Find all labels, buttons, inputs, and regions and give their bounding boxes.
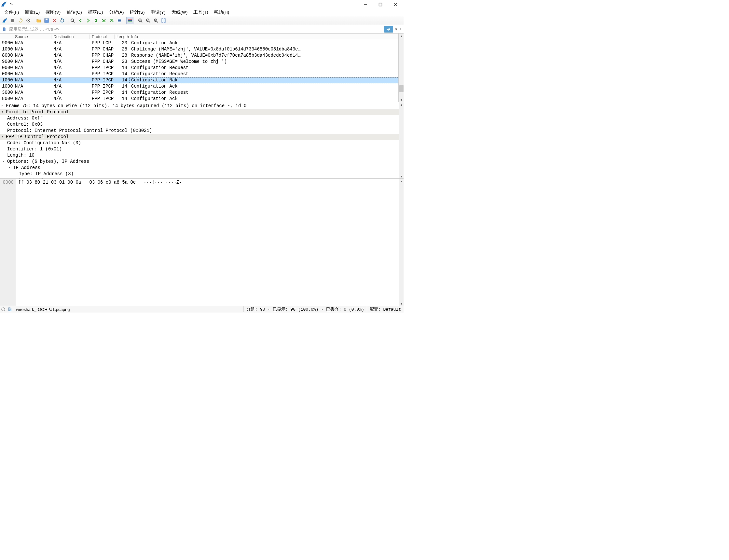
menu-telephony[interactable]: 电话(Y) [148,9,169,16]
ipcp-options-row[interactable]: ▾Options: (6 bytes), IP Address [0,159,399,165]
packet-list-headers[interactable]: Source Destination Protocol Length Info [0,34,398,40]
packet-row[interactable]: 3000N/AN/APPP IPCP14Configuration Reques… [0,90,398,96]
packet-row[interactable]: 1000N/AN/APPP CHAP28Challenge (NAME='zhj… [0,46,398,52]
svg-rect-15 [118,21,121,22]
expand-icon[interactable]: ▸ [1,103,6,109]
ipcp-len-row[interactable]: Length: 10 [0,152,399,159]
reload-file-icon[interactable] [59,17,66,24]
col-source[interactable]: Source [13,35,51,39]
ipcp-id-row[interactable]: Identifier: 1 (0x01) [0,146,399,152]
hex-ascii: ···!··· ····Z· [136,179,182,306]
packet-details[interactable]: ▸Frame 75: 14 bytes on wire (112 bits), … [0,102,399,178]
maximize-button[interactable] [377,2,383,7]
menu-analyze[interactable]: 分析(A) [106,9,127,16]
details-vscrollbar[interactable]: ▴ ▾ [399,102,403,178]
add-filter-button[interactable]: + [398,26,403,33]
scroll-up-icon[interactable]: ▴ [399,102,403,107]
zoom-reset-icon[interactable]: 1 [152,17,160,24]
ipcp-opt-len-row[interactable]: Length: 6 [0,177,399,178]
svg-point-31 [2,308,5,311]
menu-view[interactable]: 视图(V) [43,9,63,16]
packet-row[interactable]: 0000N/AN/APPP IPCP14Configuration Reques… [0,65,398,71]
start-capture-icon[interactable] [1,17,8,24]
menu-help[interactable]: 帮助(H) [211,9,232,16]
ppp-address-row[interactable]: Address: 0xff [0,115,399,121]
menu-edit[interactable]: 编辑(E) [22,9,43,16]
sb-profile[interactable]: 配置: Default [367,306,403,312]
menu-file[interactable]: 文件(F) [1,9,22,16]
capture-file-icon[interactable] [7,307,13,312]
col-protocol[interactable]: Protocol [90,35,115,39]
expert-info-icon[interactable] [0,307,7,311]
bookmark-filter-icon[interactable] [1,26,8,33]
packet-row[interactable]: 1000N/AN/APPP IPCP14Configuration Ack [0,83,398,90]
collapse-icon[interactable]: ▾ [8,165,13,171]
display-filter-input[interactable] [8,26,384,32]
col-destination[interactable]: Destination [51,35,90,39]
open-file-icon[interactable] [35,17,42,24]
scroll-down-icon[interactable]: ▾ [399,97,403,102]
col-info[interactable]: Info [129,35,398,39]
go-next-icon[interactable] [85,17,92,24]
frame-summary-text: Frame 75: 14 bytes on wire (112 bits), 1… [6,103,246,109]
restart-capture-icon[interactable] [17,17,24,24]
packet-row[interactable]: 8000N/AN/APPP CHAP28Response (NAME='zhj'… [0,52,398,59]
collapse-icon[interactable]: ▾ [3,159,7,165]
go-last-icon[interactable] [108,17,115,24]
hex-vscrollbar[interactable]: ▴ ▾ [399,179,403,306]
filter-dropdown-icon[interactable]: ▾ [394,26,398,33]
packet-row[interactable]: 0000N/AN/APPP IPCP14Configuration Reques… [0,71,398,77]
colorize-icon[interactable] [126,17,133,24]
collapse-icon[interactable]: ▾ [1,109,6,115]
hex-offset: 0000 [0,179,16,306]
menu-statistics[interactable]: 统计(S) [127,9,148,16]
stop-capture-icon[interactable] [9,17,16,24]
close-file-icon[interactable] [51,17,58,24]
sb-filename[interactable]: wireshark_-OOHPJ1.pcapng [13,307,244,312]
display-filter-bar: ▾ + [0,25,403,34]
packet-row[interactable]: 1000N/AN/APPP IPCP14Configuration Nak [0,77,398,83]
scroll-up-icon[interactable]: ▴ [399,34,403,38]
packet-bytes[interactable]: 0000 ff 03 80 21 03 01 00 0a 03 06 c0 a8… [0,179,399,306]
ppp-control-row[interactable]: Control: 0x03 [0,121,399,128]
svg-rect-17 [128,20,132,21]
collapse-icon[interactable]: ▾ [1,134,6,140]
ipcp-code-row[interactable]: Code: Configuration Nak (3) [0,140,399,146]
ipcp-opt-type-row[interactable]: Type: IP Address (3) [0,171,399,177]
apply-filter-button[interactable] [384,26,393,33]
packet-list-vscrollbar[interactable]: ▴ ▾ [399,34,403,102]
scroll-down-icon[interactable]: ▾ [399,174,403,178]
go-first-icon[interactable] [100,17,107,24]
menu-go[interactable]: 跳转(G) [63,9,85,16]
packet-row[interactable]: 9000N/AN/APPP CHAP23Success (MESSAGE='We… [0,59,398,65]
packet-list[interactable]: Source Destination Protocol Length Info … [0,34,399,102]
save-file-icon[interactable] [43,17,50,24]
zoom-out-icon[interactable] [145,17,152,24]
minimize-button[interactable] [363,2,368,7]
ipcp-ipaddr-row[interactable]: ▾IP Address [0,165,399,171]
find-packet-icon[interactable] [69,17,76,24]
close-button[interactable] [392,2,398,7]
packet-row[interactable]: 8000N/AN/APPP IPCP14Configuration Ack [0,96,398,102]
ppp-protocol-row[interactable]: Protocol: Internet Protocol Control Prot… [0,128,399,134]
ipcp-header-row[interactable]: ▾PPP IP Control Protocol [0,134,399,140]
go-to-packet-icon[interactable] [92,17,100,24]
go-prev-icon[interactable] [77,17,84,24]
auto-scroll-icon[interactable] [116,17,123,24]
frame-summary-row[interactable]: ▸Frame 75: 14 bytes on wire (112 bits), … [0,103,399,109]
resize-columns-icon[interactable] [160,17,167,24]
packet-row[interactable]: 9000N/AN/APPP LCP23Configuration Ack [0,40,398,46]
svg-rect-4 [11,19,14,22]
menubar: 文件(F) 编辑(E) 视图(V) 跳转(G) 捕获(C) 分析(A) 统计(S… [0,9,403,16]
menu-tools[interactable]: 工具(T) [190,9,211,16]
hex-bytes[interactable]: ff 03 80 21 03 01 00 0a 03 06 c0 a8 5a 0… [16,179,136,306]
menu-capture[interactable]: 捕获(C) [85,9,106,16]
zoom-in-icon[interactable] [137,17,144,24]
scroll-thumb[interactable] [399,85,403,92]
scroll-down-icon[interactable]: ▾ [399,301,403,306]
ppp-header-row[interactable]: ▾Point-to-Point Protocol [0,109,399,115]
scroll-up-icon[interactable]: ▴ [399,179,403,183]
menu-wireless[interactable]: 无线(W) [169,9,191,16]
capture-options-icon[interactable] [25,17,32,24]
col-length[interactable]: Length [115,35,129,39]
